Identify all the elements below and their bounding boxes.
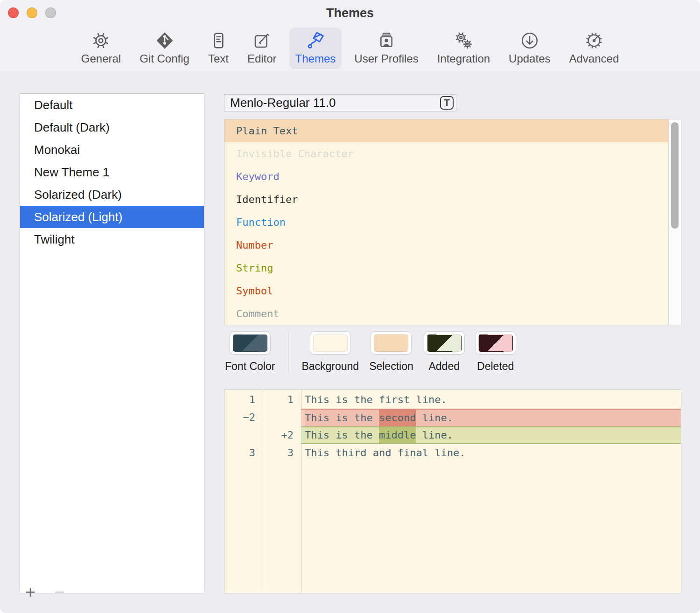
- changed-word: second: [379, 410, 416, 426]
- theme-list-item[interactable]: Monokai: [20, 139, 204, 161]
- tab-label: Git Config: [140, 52, 189, 65]
- added-swatch-label: Added: [428, 360, 460, 373]
- deleted-swatch-label: Deleted: [477, 360, 514, 373]
- old-line-number: 3: [224, 444, 263, 462]
- added-color-sample: [427, 334, 462, 352]
- background-swatch: Background: [301, 331, 359, 373]
- theme-list-item[interactable]: Default: [20, 94, 204, 116]
- theme-list-actions: + −: [25, 585, 64, 599]
- selection-swatch-label: Selection: [369, 360, 413, 373]
- tab-themes[interactable]: Themes: [289, 28, 342, 69]
- new-line-number: 1: [263, 391, 301, 409]
- code-text: line.: [416, 410, 453, 426]
- toolbar: General Git Config Text Editor Themes Us…: [0, 27, 700, 74]
- diff-row-context: 33This third and final line.: [224, 444, 681, 462]
- theme-list-item[interactable]: New Theme 1: [20, 161, 204, 183]
- code-text: This is the: [305, 410, 379, 426]
- old-line-number: 1: [224, 391, 263, 409]
- window-chrome: Themes General Git Config Text Editor Th…: [0, 0, 700, 74]
- background-color-sample: [313, 334, 348, 352]
- syntax-token-row[interactable]: Symbol: [224, 279, 681, 302]
- selection-color-sample: [374, 334, 408, 352]
- syntax-token-row[interactable]: Identifier: [224, 188, 681, 211]
- tab-label: Updates: [509, 52, 550, 65]
- paintbrush-icon: [305, 30, 326, 51]
- selection-swatch-button[interactable]: [371, 331, 412, 355]
- tab-user-profiles[interactable]: User Profiles: [348, 28, 424, 69]
- syntax-preview-rows: Plain TextInvisible CharacterKeywordIden…: [224, 119, 681, 325]
- syntax-token-row[interactable]: Invisible Character: [224, 142, 681, 165]
- changed-word: middle: [379, 427, 416, 443]
- background-swatch-button[interactable]: [310, 331, 351, 355]
- code-text: line.: [416, 427, 453, 443]
- color-swatches: Font ColorBackgroundSelectionAddedDelete…: [225, 331, 516, 373]
- tab-git-config[interactable]: Git Config: [133, 28, 196, 69]
- syntax-token-row[interactable]: Comment: [224, 302, 681, 325]
- theme-list-item[interactable]: Twilight: [20, 228, 204, 251]
- tab-general[interactable]: General: [75, 28, 127, 69]
- tab-advanced[interactable]: Advanced: [563, 28, 625, 69]
- theme-list: DefaultDefault (Dark)MonokaiNew Theme 1S…: [20, 93, 204, 593]
- font-field[interactable]: Menlo-Regular 11.0 T: [224, 94, 456, 111]
- font-picker-label: T: [444, 98, 449, 108]
- tab-label: Themes: [295, 52, 336, 65]
- pencil-square-icon: [252, 30, 272, 51]
- download-circle-icon: [519, 30, 540, 51]
- old-line-number: [224, 426, 263, 444]
- deleted-color-sample: [478, 334, 513, 352]
- tab-label: Integration: [437, 52, 490, 65]
- font-color-color-sample: [233, 334, 267, 352]
- scrollbar-track[interactable]: [668, 119, 681, 325]
- add-theme-button[interactable]: +: [25, 585, 35, 599]
- gear-icon: [91, 30, 111, 51]
- theme-list-item[interactable]: Solarized (Dark): [20, 183, 204, 206]
- added-swatch-button[interactable]: [424, 331, 465, 355]
- profile-card-icon: [376, 30, 397, 51]
- tab-editor[interactable]: Editor: [241, 28, 283, 69]
- syntax-token-row[interactable]: Number: [224, 234, 681, 257]
- syntax-token-row[interactable]: Keyword: [224, 165, 681, 188]
- tab-updates[interactable]: Updates: [503, 28, 556, 69]
- diff-row-added: +2This is the middle line.: [224, 426, 681, 444]
- tab-integration[interactable]: Integration: [431, 28, 496, 69]
- diff-code-line: This is the middle line.: [301, 426, 681, 444]
- font-color-swatch-label: Font Color: [225, 360, 275, 373]
- preferences-window: Themes General Git Config Text Editor Th…: [0, 0, 700, 613]
- diff-code-line: This third and final line.: [301, 444, 681, 462]
- theme-list-item[interactable]: Default (Dark): [20, 116, 204, 139]
- font-color-swatch: Font Color: [225, 331, 275, 373]
- diff-row-deleted: −2This is the second line.: [224, 409, 681, 426]
- git-icon: [154, 30, 175, 51]
- tab-label: User Profiles: [354, 52, 418, 65]
- new-line-number: 3: [263, 444, 301, 462]
- tab-label: General: [81, 52, 121, 65]
- dial-gear-icon: [584, 30, 604, 51]
- code-text: This is the: [305, 427, 379, 443]
- syntax-token-row[interactable]: Function: [224, 211, 681, 234]
- theme-list-item[interactable]: Solarized (Light): [20, 206, 204, 228]
- scrollbar-thumb[interactable]: [671, 122, 679, 229]
- syntax-token-row[interactable]: String: [224, 257, 681, 279]
- diff-preview: 11This is the first line.−2This is the s…: [224, 390, 681, 593]
- remove-theme-button[interactable]: −: [54, 585, 64, 599]
- tab-text[interactable]: Text: [202, 28, 235, 69]
- background-swatch-label: Background: [301, 360, 359, 373]
- font-name-value: Menlo-Regular 11.0: [224, 96, 440, 110]
- diff-code-line: This is the first line.: [301, 391, 681, 409]
- diff-rows: 11This is the first line.−2This is the s…: [224, 391, 681, 462]
- diff-row-context: 11This is the first line.: [224, 391, 681, 409]
- diff-code-line: This is the second line.: [301, 409, 681, 426]
- swatch-group-divider: [288, 331, 288, 373]
- titlebar: Themes: [0, 0, 700, 27]
- tab-label: Editor: [247, 52, 277, 65]
- deleted-swatch-button[interactable]: [475, 331, 516, 355]
- deleted-swatch: Deleted: [475, 331, 516, 373]
- syntax-preview-list: Plain TextInvisible CharacterKeywordIden…: [224, 119, 681, 325]
- new-line-number: [263, 409, 301, 426]
- tab-label: Text: [208, 52, 229, 65]
- font-color-swatch-button[interactable]: [230, 331, 271, 355]
- tab-label: Advanced: [569, 52, 619, 65]
- syntax-token-row[interactable]: Plain Text: [224, 119, 681, 142]
- code-text: This is the first line.: [305, 391, 447, 409]
- font-picker-button[interactable]: T: [440, 96, 454, 110]
